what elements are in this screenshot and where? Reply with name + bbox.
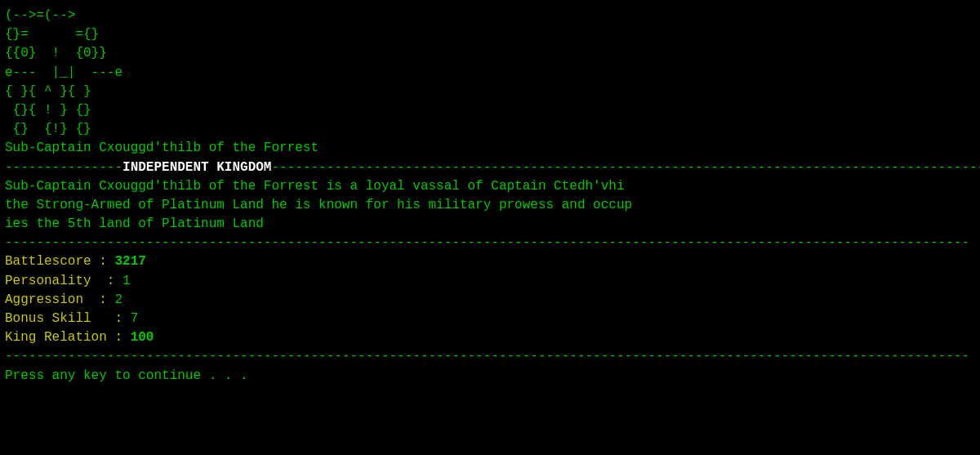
aggression-row: Aggression : 2 bbox=[5, 291, 975, 310]
personality-label: Personality bbox=[5, 272, 91, 291]
bonus-skill-colon: : bbox=[91, 310, 131, 328]
continue-prompt[interactable]: Press any key to continue . . . bbox=[5, 367, 975, 386]
king-relation-row: King Relation : 100 bbox=[5, 328, 975, 347]
king-relation-colon: : bbox=[107, 328, 131, 347]
king-relation-label: King Relation bbox=[5, 328, 107, 347]
personality-row: Personality : 1 bbox=[5, 272, 975, 291]
character-description: Sub-Captain Cxouggd'thilb of the Forrest… bbox=[5, 177, 975, 234]
kingdom-separator: ---------------INDEPENDENT KINGDOM------… bbox=[5, 158, 975, 177]
terminal-screen: (-->=(--> {}= ={} {{0} ! {0}} e--- |_| -… bbox=[0, 0, 980, 455]
bottom-separator: ----------------------------------------… bbox=[5, 347, 975, 366]
battlescore-colon: : bbox=[91, 252, 115, 271]
aggression-value: 2 bbox=[114, 291, 122, 310]
ascii-art-display: (-->=(--> {}= ={} {{0} ! {0}} e--- |_| -… bbox=[5, 7, 975, 139]
mid-separator: ----------------------------------------… bbox=[5, 234, 975, 252]
aggression-colon: : bbox=[83, 291, 114, 310]
battlescore-value: 3217 bbox=[114, 252, 145, 271]
separator-right-dashes: ----------------------------------------… bbox=[271, 158, 980, 177]
character-title: Sub-Captain Cxouggd'thilb of the Forrest bbox=[5, 139, 975, 158]
personality-colon: : bbox=[91, 272, 122, 291]
battlescore-row: Battlescore : 3217 bbox=[5, 252, 975, 271]
king-relation-value: 100 bbox=[131, 328, 154, 347]
bonus-skill-row: Bonus Skill : 7 bbox=[5, 310, 975, 328]
separator-left-dashes: --------------- bbox=[5, 158, 122, 177]
bonus-skill-value: 7 bbox=[131, 310, 139, 328]
personality-value: 1 bbox=[122, 272, 131, 291]
aggression-label: Aggression bbox=[5, 291, 83, 310]
bonus-skill-label: Bonus Skill bbox=[5, 310, 91, 328]
kingdom-label: INDEPENDENT KINGDOM bbox=[122, 158, 271, 177]
battlescore-label: Battlescore bbox=[5, 252, 91, 271]
